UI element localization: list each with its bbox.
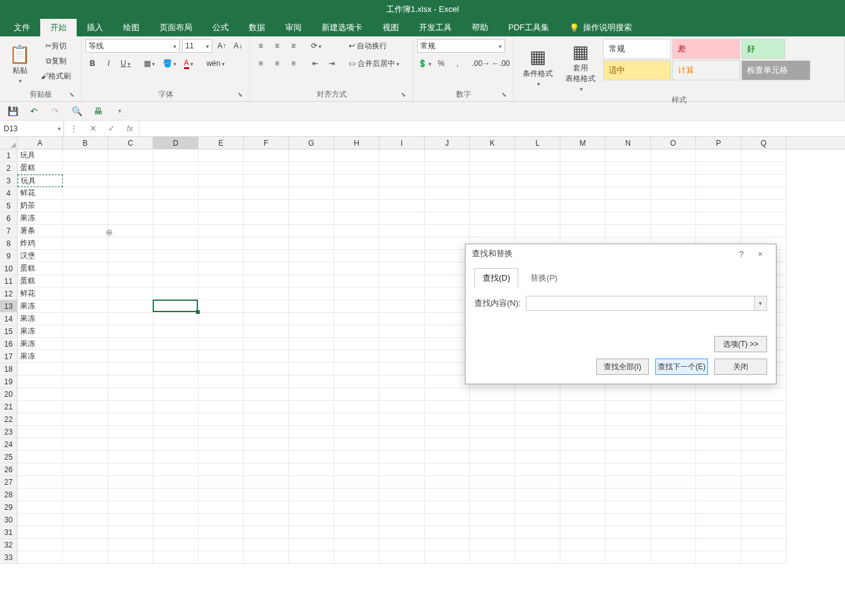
cell-D29[interactable]: [153, 501, 199, 514]
cell-N7[interactable]: [606, 225, 651, 237]
cell-P25[interactable]: [696, 451, 741, 463]
cell-H18[interactable]: [334, 363, 379, 376]
cell-I2[interactable]: [379, 162, 425, 175]
cell-G4[interactable]: [289, 187, 334, 200]
cell-L27[interactable]: [515, 476, 560, 489]
cell-K33[interactable]: [470, 551, 515, 564]
cell-P22[interactable]: [696, 413, 741, 426]
cell-F8[interactable]: [244, 237, 289, 250]
cell-E25[interactable]: [199, 451, 244, 463]
cell-G30[interactable]: [289, 514, 334, 526]
cell-E19[interactable]: [199, 376, 244, 388]
cell-P2[interactable]: [696, 162, 741, 175]
row-header-16[interactable]: 16: [0, 338, 18, 350]
cell-M28[interactable]: [560, 489, 606, 501]
italic-button[interactable]: I: [102, 57, 116, 70]
decrease-indent-button[interactable]: ⇤: [308, 57, 322, 70]
cell-G20[interactable]: [289, 388, 334, 401]
paste-button[interactable]: 📋 粘贴: [4, 39, 36, 89]
cell-J4[interactable]: [425, 187, 470, 200]
cell-C19[interactable]: [108, 376, 153, 388]
dialog-help-button[interactable]: ?: [732, 249, 751, 259]
row-header-30[interactable]: 30: [0, 514, 18, 526]
cell-F33[interactable]: [244, 551, 289, 564]
wrap-text-button[interactable]: ↩ 自动换行: [346, 39, 415, 53]
cell-H20[interactable]: [334, 388, 379, 401]
cell-B25[interactable]: [63, 451, 108, 463]
cell-B23[interactable]: [63, 426, 108, 438]
cell-K30[interactable]: [470, 514, 515, 526]
cell-C30[interactable]: [108, 514, 153, 526]
cell-C17[interactable]: [108, 350, 153, 363]
cell-N5[interactable]: [606, 200, 651, 212]
cell-K28[interactable]: [470, 489, 515, 501]
row-header-22[interactable]: 22: [0, 413, 18, 426]
column-header-F[interactable]: F: [244, 137, 289, 149]
cell-H27[interactable]: [334, 476, 379, 489]
format-painter-button[interactable]: 🖌 格式刷: [38, 69, 74, 83]
cell-E5[interactable]: [199, 200, 244, 212]
row-header-2[interactable]: 2: [0, 162, 18, 175]
cell-B7[interactable]: [63, 225, 108, 237]
cell-G3[interactable]: [289, 175, 334, 187]
cell-L22[interactable]: [515, 413, 560, 426]
cell-M23[interactable]: [560, 426, 606, 438]
cell-H3[interactable]: [334, 175, 379, 187]
cell-C25[interactable]: [108, 451, 153, 463]
cell-B33[interactable]: [63, 551, 108, 564]
clipboard-launcher[interactable]: ⬊: [67, 90, 76, 99]
cell-O30[interactable]: [651, 514, 696, 526]
cell-H26[interactable]: [334, 463, 379, 476]
cell-H22[interactable]: [334, 413, 379, 426]
row-header-26[interactable]: 26: [0, 463, 18, 476]
cell-M7[interactable]: [560, 225, 606, 237]
cell-F12[interactable]: [244, 288, 289, 300]
cell-F26[interactable]: [244, 463, 289, 476]
cell-A31[interactable]: [18, 526, 63, 539]
cell-B32[interactable]: [63, 539, 108, 551]
cell-B24[interactable]: [63, 438, 108, 451]
cell-P7[interactable]: [696, 225, 741, 237]
cell-L32[interactable]: [515, 539, 560, 551]
cell-A1[interactable]: 玩具: [18, 149, 63, 162]
find-all-button[interactable]: 查找全部(I): [596, 359, 649, 375]
cell-A6[interactable]: 果冻: [18, 212, 63, 225]
cell-J13[interactable]: [425, 300, 470, 313]
cell-J19[interactable]: [425, 376, 470, 388]
column-header-I[interactable]: I: [379, 137, 425, 149]
cell-E26[interactable]: [199, 463, 244, 476]
cell-A4[interactable]: 鲜花: [18, 187, 63, 200]
decrease-font-button[interactable]: A↓: [231, 39, 245, 53]
cell-I17[interactable]: [379, 350, 425, 363]
cell-J17[interactable]: [425, 350, 470, 363]
cell-M6[interactable]: [560, 212, 606, 225]
cell-Q21[interactable]: [741, 401, 787, 413]
cell-E28[interactable]: [199, 489, 244, 501]
tab-view[interactable]: 视图: [373, 19, 409, 36]
row-header-15[interactable]: 15: [0, 325, 18, 338]
cell-G23[interactable]: [289, 426, 334, 438]
fill-handle[interactable]: [196, 310, 200, 314]
cell-O28[interactable]: [651, 489, 696, 501]
cell-J22[interactable]: [425, 413, 470, 426]
cell-K20[interactable]: [470, 388, 515, 401]
fx-icon[interactable]: fx: [127, 124, 133, 133]
cell-C13[interactable]: [108, 300, 153, 313]
font-color-button[interactable]: A: [182, 57, 196, 70]
cell-H19[interactable]: [334, 376, 379, 388]
cell-G21[interactable]: [289, 401, 334, 413]
cell-M31[interactable]: [560, 526, 606, 539]
cell-F25[interactable]: [244, 451, 289, 463]
cell-H23[interactable]: [334, 426, 379, 438]
save-button[interactable]: 💾: [6, 106, 19, 116]
cell-A15[interactable]: 果冻: [18, 325, 63, 338]
cell-F30[interactable]: [244, 514, 289, 526]
cell-D33[interactable]: [153, 551, 199, 564]
style-calc[interactable]: 计算: [672, 60, 740, 80]
cell-B19[interactable]: [63, 376, 108, 388]
cell-H32[interactable]: [334, 539, 379, 551]
cell-P5[interactable]: [696, 200, 741, 212]
cell-B2[interactable]: [63, 162, 108, 175]
cell-D30[interactable]: [153, 514, 199, 526]
cell-E6[interactable]: [199, 212, 244, 225]
